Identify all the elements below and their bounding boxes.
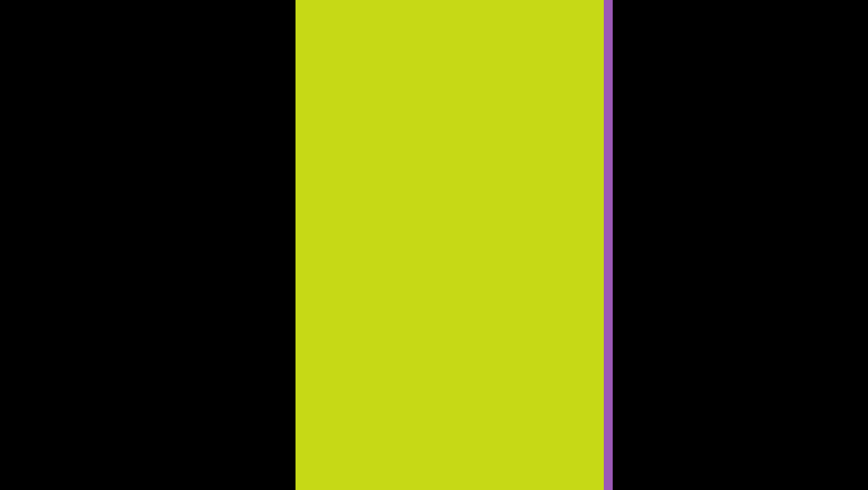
- purple-sidebar: [604, 0, 613, 490]
